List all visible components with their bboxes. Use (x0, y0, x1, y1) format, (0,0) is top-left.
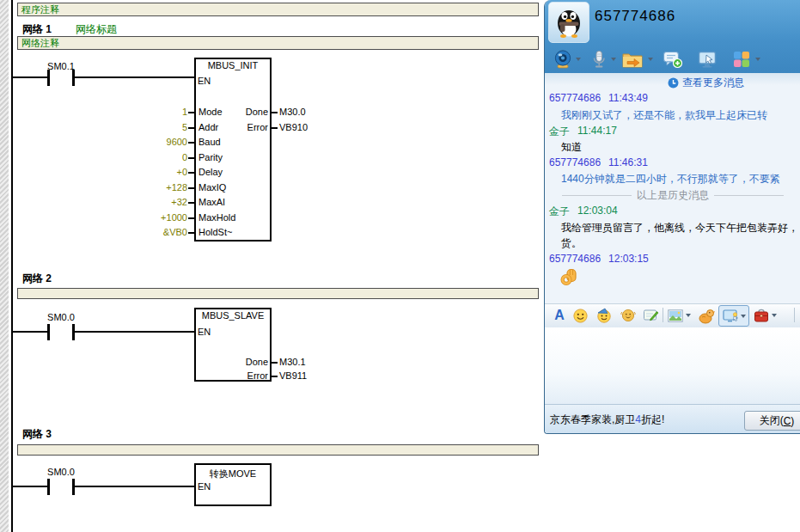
webcam-dropdown-arrow-icon[interactable] (576, 58, 581, 61)
contact-bar[interactable] (47, 70, 50, 86)
message-text: 货。 (561, 236, 582, 251)
magic-smiley-icon (595, 308, 613, 323)
send-image-button[interactable] (666, 307, 684, 324)
file-transfer-dropdown-arrow-icon[interactable] (648, 58, 653, 61)
message-add-button[interactable] (662, 48, 684, 70)
view-more-link[interactable]: 查看更多消息 (668, 76, 744, 90)
wire (75, 486, 194, 487)
program-comment-bar[interactable]: 程序注释 (17, 3, 539, 16)
param-value[interactable]: +128 (127, 182, 187, 193)
webcam-button[interactable] (552, 48, 574, 70)
toolbox-button[interactable] (752, 307, 771, 324)
magic-show-button[interactable] (696, 307, 717, 324)
param-name: MaxHold (198, 212, 235, 223)
bottom-ad-bar: 京东春季家装,厨卫4折起! 关闭(C) (545, 404, 800, 433)
magic-emoticon-button[interactable] (595, 307, 614, 324)
message-sender-row: 657774686 12:03:15 (549, 253, 649, 265)
contact-bar[interactable] (47, 324, 50, 340)
doodle-button[interactable] (641, 307, 660, 324)
capture-dropdown-arrow-icon[interactable] (741, 315, 746, 318)
message-text: 我给管理员留言了，他离线，今天下午把包装弄好， (561, 221, 798, 235)
wire (188, 127, 194, 129)
wire (188, 112, 194, 113)
param-value[interactable]: +1000 (127, 212, 187, 223)
output-operand[interactable]: VB911 (279, 370, 307, 381)
wire (75, 76, 194, 78)
smiley-icon (573, 309, 588, 323)
toolbox-dropdown-arrow-icon[interactable] (772, 314, 777, 317)
message-input-area[interactable] (545, 327, 800, 404)
screen-shake-button[interactable] (620, 307, 637, 324)
block-title: MBUS_SLAVE (194, 310, 272, 321)
voice-dropdown-arrow-icon[interactable] (611, 58, 616, 61)
message-text: 1440分钟就是二四小时，不行那就等了，不要紧 (561, 172, 780, 187)
param-value[interactable]: 1 (127, 107, 187, 117)
network-comment-text: 网络注释 (21, 38, 59, 48)
block-en-label: EN (198, 327, 211, 337)
close-button[interactable]: 关闭(C) (744, 411, 800, 431)
ad-text: 京东春季家装,厨卫 (550, 413, 635, 425)
output-operand[interactable]: VB910 (279, 122, 308, 132)
screen-capture-button[interactable] (718, 305, 749, 327)
message-sender-row: 657774686 11:43:49 (549, 92, 648, 104)
ok-hand-emoji (559, 266, 580, 286)
network-2-comment-bar[interactable] (17, 288, 539, 299)
message-time: 11:44:17 (577, 125, 617, 139)
wire (188, 187, 194, 189)
block-title: 转换MOVE (194, 468, 272, 480)
qq-chat-window: 657774686 (544, 0, 800, 434)
contact-bar[interactable] (47, 479, 50, 495)
ad-link[interactable]: 京东春季家装,厨卫4折起! (550, 413, 664, 427)
network-3-label: 网络 3 (22, 427, 52, 442)
toolbar-separator (794, 308, 795, 322)
param-name: HoldSt~ (198, 227, 232, 237)
param-value[interactable]: 9600 (127, 137, 187, 147)
emoticon-button[interactable] (571, 307, 589, 324)
font-style-button[interactable]: A (552, 307, 567, 324)
network-3-comment-bar[interactable] (17, 444, 539, 456)
qq-penguin-icon (552, 5, 586, 40)
toolbox-icon (753, 308, 770, 323)
param-value[interactable]: +32 (127, 197, 187, 207)
image-dropdown-arrow-icon[interactable] (686, 314, 691, 317)
divider-label: 以上是历史消息 (637, 188, 709, 203)
contact-operand: SM0.0 (35, 467, 87, 477)
sender-name: 657774686 (549, 92, 601, 104)
screen-share-icon (697, 49, 718, 70)
editor-left-margin (0, 0, 9, 532)
param-value[interactable]: +0 (127, 167, 187, 177)
file-transfer-icon (621, 49, 644, 70)
screen-share-button[interactable] (696, 48, 718, 70)
divider-line (562, 195, 632, 196)
avatar[interactable] (548, 2, 589, 43)
output-name: Done (218, 107, 268, 117)
message-sender-row: 金子 11:44:17 (549, 125, 617, 139)
block-en-label: EN (198, 481, 211, 492)
output-operand[interactable]: M30.1 (279, 357, 306, 367)
param-name: MaxIQ (198, 182, 226, 193)
sender-name: 金子 (549, 125, 570, 139)
param-value[interactable]: &VB0 (127, 227, 187, 237)
wire (271, 376, 278, 377)
param-name: Parity (198, 152, 223, 162)
view-more-label: 查看更多消息 (682, 76, 744, 90)
wire (75, 331, 194, 333)
image-icon (668, 309, 683, 322)
wire (13, 331, 47, 333)
app-box-dropdown-arrow-icon[interactable] (755, 58, 760, 61)
clock-icon (668, 77, 679, 89)
param-value[interactable]: 5 (127, 122, 187, 132)
output-name: Done (218, 357, 268, 367)
network-1-title[interactable]: 网络标题 (76, 22, 117, 37)
message-time: 12:03:04 (577, 205, 618, 219)
file-transfer-button[interactable] (620, 48, 644, 70)
output-operand[interactable]: M30.0 (279, 107, 306, 117)
program-comment-text: 程序注释 (21, 4, 59, 15)
toolbar-separator (663, 308, 663, 322)
voice-call-button[interactable] (588, 48, 610, 70)
param-value[interactable]: 0 (127, 152, 187, 162)
screen-capture-icon (723, 309, 739, 323)
network-1-comment-bar[interactable]: 网络注释 (17, 36, 539, 50)
app-box-button[interactable] (730, 48, 753, 70)
output-name: Error (218, 122, 268, 132)
